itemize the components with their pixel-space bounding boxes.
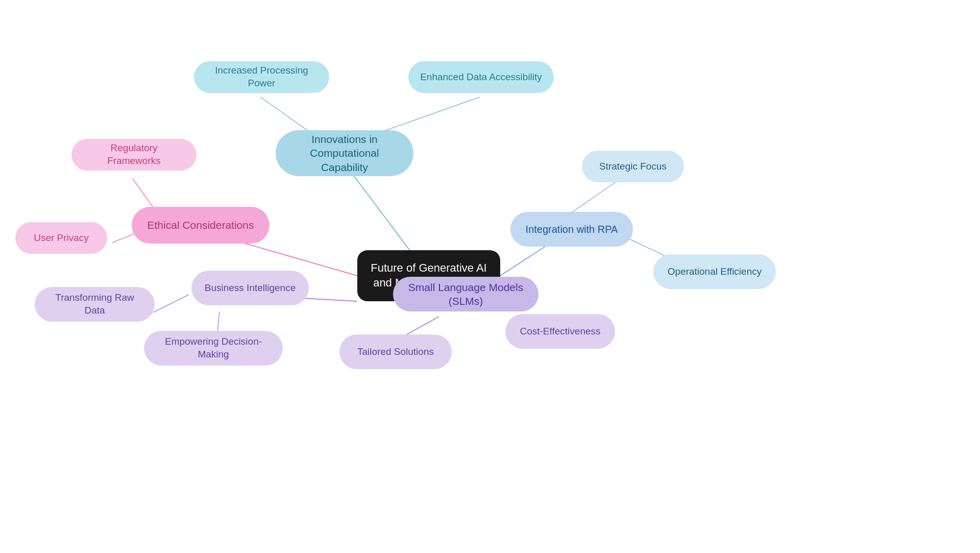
integration-rpa-node: Integration with RPA — [510, 212, 633, 247]
empowering-decision-making-node: Empowering Decision-Making — [144, 331, 283, 366]
cost-effectiveness-node: Cost-Effectiveness — [505, 314, 615, 349]
small-language-models-label: Small Language Models (SLMs) — [404, 280, 527, 308]
ethical-considerations-node: Ethical Considerations — [132, 207, 270, 244]
enhanced-data-node: Enhanced Data Accessibility — [408, 61, 554, 93]
increased-processing-label: Increased Processing Power — [205, 64, 318, 89]
empowering-decision-making-label: Empowering Decision-Making — [155, 335, 272, 360]
innovations-label: Innovations in Computational Capability — [287, 132, 402, 174]
strategic-focus-node: Strategic Focus — [582, 151, 684, 182]
operational-efficiency-label: Operational Efficiency — [668, 266, 762, 278]
small-language-models-node: Small Language Models (SLMs) — [393, 277, 538, 311]
ethical-considerations-label: Ethical Considerations — [148, 218, 254, 232]
increased-processing-node: Increased Processing Power — [194, 61, 329, 93]
regulatory-frameworks-label: Regulatory Frameworks — [83, 142, 185, 167]
integration-rpa-label: Integration with RPA — [526, 223, 618, 236]
cost-effectiveness-label: Cost-Effectiveness — [520, 325, 600, 338]
strategic-focus-label: Strategic Focus — [599, 160, 667, 173]
business-intelligence-node: Business Intelligence — [191, 271, 309, 305]
enhanced-data-label: Enhanced Data Accessibility — [420, 71, 542, 84]
user-privacy-node: User Privacy — [15, 222, 107, 254]
svg-line-13 — [153, 295, 189, 312]
regulatory-frameworks-node: Regulatory Frameworks — [71, 139, 197, 171]
business-intelligence-label: Business Intelligence — [205, 282, 296, 295]
tailored-solutions-label: Tailored Solutions — [357, 346, 434, 358]
operational-efficiency-node: Operational Efficiency — [653, 254, 776, 289]
user-privacy-label: User Privacy — [34, 232, 89, 245]
transforming-raw-data-node: Transforming Raw Data — [35, 287, 155, 322]
tailored-solutions-node: Tailored Solutions — [339, 334, 452, 369]
transforming-raw-data-label: Transforming Raw Data — [46, 292, 143, 317]
innovations-node: Innovations in Computational Capability — [276, 130, 413, 176]
